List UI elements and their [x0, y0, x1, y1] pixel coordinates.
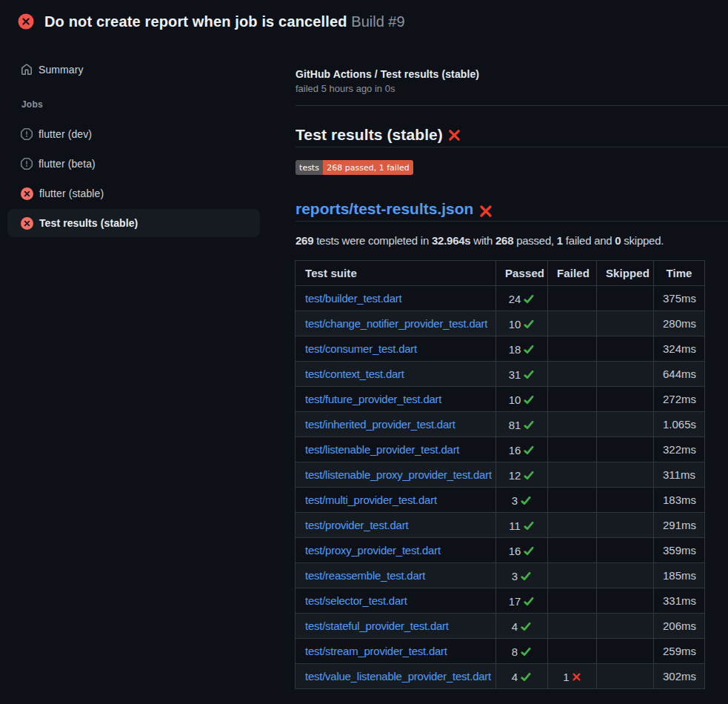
tests-badge: tests 268 passed, 1 failed	[295, 160, 413, 175]
sidebar: Summary Jobs flutter (dev) flutter (beta…	[0, 0, 290, 704]
row-test/future_provider_test.dart: test/future_provider_test.dart10272ms	[295, 387, 705, 412]
row-test/context_test.dart: test/context_test.dart31644ms	[295, 362, 705, 387]
breadcrumb: GitHub Actions / Test results (stable)	[295, 67, 479, 82]
row-test/value_listenable_provider_test.dart: test/value_listenable_provider_test.dart…	[295, 664, 705, 689]
job-flutter-stable[interactable]: flutter (stable)	[7, 179, 260, 208]
row-test/multi_provider_test.dart: test/multi_provider_test.dart3183ms	[295, 488, 705, 513]
row-test/listenable_provider_test.dart: test/listenable_provider_test.dart16322m…	[295, 437, 705, 462]
row-test/proxy_provider_test.dart: test/proxy_provider_test.dart16359ms	[295, 538, 705, 563]
results-table: Test suitePassedFailedSkippedTime test/b…	[295, 260, 705, 689]
table-header: Test suitePassedFailedSkippedTime	[295, 261, 705, 286]
github-check-run-page: Do not create report when job is cancell…	[0, 0, 728, 704]
table-body: test/builder_test.dart24375mstest/change…	[295, 286, 705, 689]
job-test-results-stable[interactable]: Test results (stable)	[7, 209, 260, 237]
row-test/change_notifier_provider_test.dart: test/change_notifier_provider_test.dart1…	[295, 311, 705, 336]
row-test/inherited_provider_test.dart: test/inherited_provider_test.dart811.065…	[295, 412, 705, 437]
summary-line: 269 tests were completed in 32.964s with…	[295, 232, 664, 250]
check-title: Test results (stable)	[295, 123, 728, 147]
row-test/reassemble_test.dart: test/reassemble_test.dart3185ms	[295, 563, 705, 588]
row-test/stateful_provider_test.dart: test/stateful_provider_test.dart4206ms	[295, 614, 705, 639]
row-test/stream_provider_test.dart: test/stream_provider_test.dart8259ms	[295, 639, 705, 664]
job-flutter-dev[interactable]: flutter (dev)	[7, 119, 260, 149]
row-test/selector_test.dart: test/selector_test.dart17331ms	[295, 588, 705, 614]
row-test/consumer_test.dart: test/consumer_test.dart18324ms	[295, 336, 705, 362]
content: GitHub Actions / Test results (stable) f…	[295, 0, 728, 704]
row-test/listenable_proxy_provider_test.dart: test/listenable_proxy_provider_test.dart…	[295, 462, 705, 488]
status: failed 5 hours ago in 0s	[295, 82, 395, 96]
jobs-label: Jobs	[21, 95, 43, 114]
summary-link[interactable]: Summary	[7, 55, 260, 84]
report-heading: reports/test-results.json	[295, 197, 728, 222]
job-flutter-beta[interactable]: flutter (beta)	[7, 149, 260, 179]
row-test/provider_test.dart: test/provider_test.dart11291ms	[295, 513, 705, 538]
row-test/builder_test.dart: test/builder_test.dart24375ms	[295, 286, 705, 311]
